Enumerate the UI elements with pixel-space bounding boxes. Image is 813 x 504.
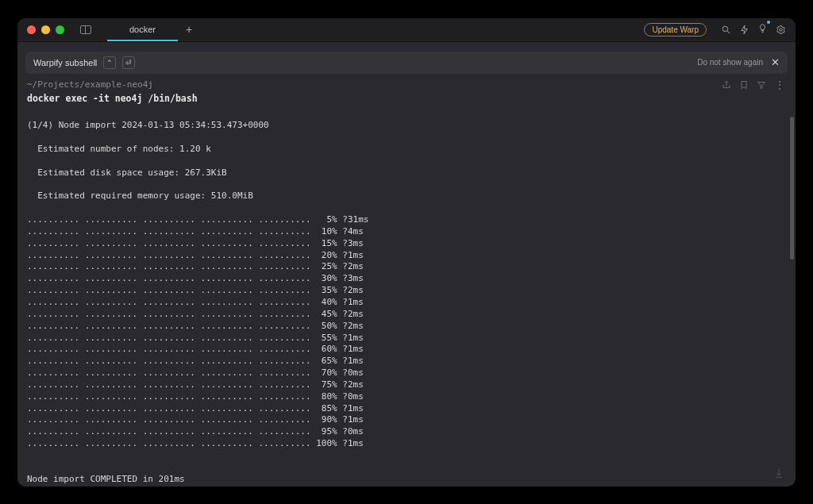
bulb-icon[interactable] [757, 22, 768, 37]
node-import-est-mem: Estimated required memory usage: 510.0Mi… [27, 190, 253, 202]
tab-strip: docker + [107, 18, 200, 41]
do-not-show-again-link[interactable]: Do not show again [697, 58, 763, 67]
command-line: docker exec -it neo4j /bin/bash [17, 91, 796, 109]
node-import-est-disk: Estimated disk space usage: 267.3KiB [27, 167, 227, 179]
node-import-est-nodes: Estimated number of nodes: 1.20 k [27, 144, 211, 156]
titlebar: docker + Update Warp [17, 18, 796, 42]
terminal-window: docker + Update Warp Warpify subshell ⌃ … [17, 18, 796, 487]
subshell-enter-button[interactable]: ⏎ [122, 56, 135, 69]
tab-docker[interactable]: docker [107, 18, 178, 41]
update-warp-button[interactable]: Update Warp [644, 23, 707, 37]
scroll-to-bottom-icon[interactable] [773, 467, 784, 479]
terminal-output[interactable]: (1/4) Node import 2024-01-13 05:34:53.47… [17, 109, 796, 487]
window-controls [27, 25, 64, 34]
current-working-dir: ~/Projects/example-neo4j [27, 79, 153, 90]
tab-label: docker [129, 25, 156, 34]
subshell-caret-up-button[interactable]: ⌃ [103, 56, 116, 69]
svg-point-0 [722, 26, 728, 32]
node-import-header: (1/4) Node import 2024-01-13 05:34:53.47… [27, 120, 786, 132]
svg-line-1 [727, 31, 730, 33]
filter-icon[interactable] [757, 80, 766, 90]
split-pane-icon[interactable] [80, 25, 91, 34]
svg-point-2 [780, 28, 782, 30]
scrollbar-thumb[interactable] [790, 117, 794, 260]
minimize-window-button[interactable] [41, 25, 50, 34]
search-icon[interactable] [721, 25, 731, 35]
share-icon[interactable] [722, 80, 731, 90]
node-import-completed: Node import COMPLETED in 201ms [27, 474, 786, 486]
bookmark-icon[interactable] [739, 80, 749, 90]
bolt-icon[interactable] [739, 25, 749, 35]
subshell-label: Warpify subshell [33, 58, 97, 67]
prompt-header: ~/Projects/example-neo4j ⋮ [17, 79, 796, 91]
gear-icon[interactable] [776, 25, 786, 35]
warpify-subshell-bar: Warpify subshell ⌃ ⏎ Do not show again ✕ [25, 52, 788, 74]
maximize-window-button[interactable] [56, 25, 64, 34]
node-import-progress: .......... .......... .......... .......… [27, 214, 368, 448]
close-icon[interactable]: ✕ [771, 56, 780, 68]
close-window-button[interactable] [27, 25, 36, 34]
more-menu-icon[interactable]: ⋮ [774, 79, 786, 91]
new-tab-button[interactable]: + [178, 18, 200, 41]
titlebar-icons [721, 22, 786, 37]
